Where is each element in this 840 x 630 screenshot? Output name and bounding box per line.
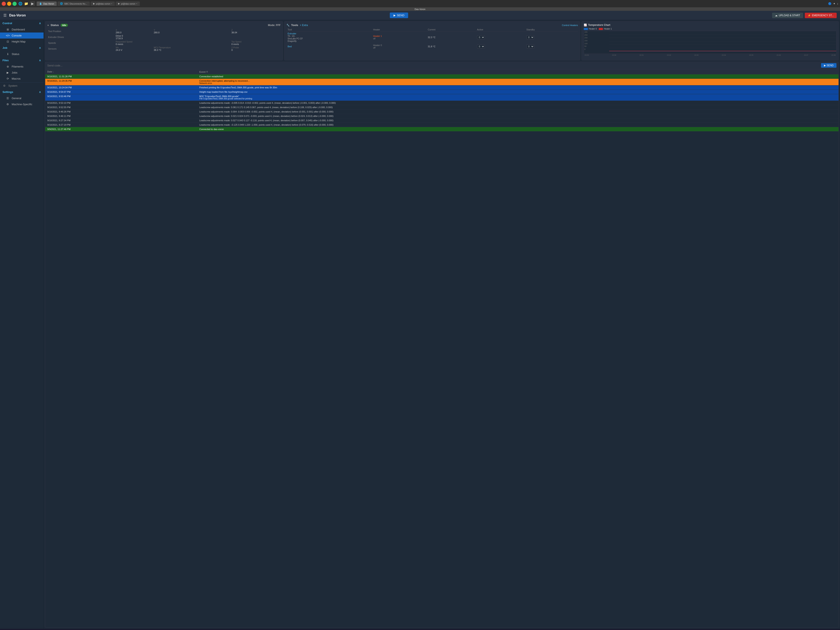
tool-position-y: Y 280.0 xyxy=(152,28,230,34)
y-label-285: 285 xyxy=(584,31,587,33)
heater-0-standby-select[interactable]: 0 xyxy=(526,44,534,48)
heater-0-active-select[interactable]: 0 xyxy=(477,44,485,48)
sidebar-section-files[interactable]: Files ∧ xyxy=(0,57,44,63)
log-header-row: Date ↓ Event ≡ xyxy=(45,69,838,74)
heater-1-active-select[interactable]: 0 xyxy=(477,35,485,39)
os-globe-icon[interactable]: 🌐 xyxy=(18,2,22,6)
sidebar-section-settings[interactable]: Settings ∧ xyxy=(0,89,44,95)
tab-icon: ▶ xyxy=(118,2,120,5)
extra-link[interactable]: + Extra xyxy=(300,24,308,27)
y-label-150: 150 xyxy=(584,39,587,42)
heater-0-state: off xyxy=(373,47,376,49)
log-row: 9/9/2021, 11:27:46 PMConnected to das-vo… xyxy=(45,127,838,131)
app-body: Control ∧ ⊞ Dashboard </> Console ⊡ Heig… xyxy=(0,20,840,629)
log-event: Connected to das-voron xyxy=(197,127,838,131)
sidebar-item-height-map[interactable]: ⊡ Height Map xyxy=(0,38,44,44)
tab-label: pi@das-voron ~ xyxy=(96,3,112,5)
extruder-tool-name[interactable]: Extruder xyxy=(288,32,297,35)
log-table-wrap[interactable]: Date ↓ Event ≡ 9/10/2021, 11:31:26 PMCon… xyxy=(45,69,839,627)
x-label-5: 23:34 xyxy=(722,54,726,56)
chart-trend-icon: 📈 xyxy=(584,24,587,27)
header-right: ☁ UPLOAD & START ⚡ EMERGENCY ST... xyxy=(772,13,837,18)
temp-chart-panel: 📈 Temperature Chart Heater 0 Heater 1 xyxy=(581,21,839,60)
send-top-button[interactable]: ▶ SEND xyxy=(390,13,408,18)
tool-position-x: X 290.0 xyxy=(114,28,152,34)
chevron-up-icon-job: ∧ xyxy=(39,46,41,49)
log-row: 9/10/2021, 9:52:55 PMLeadscrew adjustmen… xyxy=(45,105,838,110)
log-event: M32 "0:/gcodes/Test1.SMA-300.gcode"File … xyxy=(197,94,838,101)
tab-label: pi@das-voron ~ xyxy=(121,3,137,5)
sidebar-item-machine-specific[interactable]: ⚙ Machine-Specific xyxy=(0,101,44,107)
tab-label: Das-Voron xyxy=(43,3,54,5)
hamburger-menu-icon[interactable]: ☰ xyxy=(3,13,7,18)
chart-svg xyxy=(584,31,836,54)
sidebar-item-system[interactable]: ⚙ System xyxy=(0,82,44,89)
log-row: 9/10/2021, 9:27:19 PMLeadscrew adjustmen… xyxy=(45,123,838,127)
log-table: Date ↓ Event ≡ 9/10/2021, 11:31:26 PMCon… xyxy=(45,69,838,131)
requested-value: 0 mm/s xyxy=(115,43,123,46)
log-menu-icon[interactable]: ≡ xyxy=(206,70,208,73)
sidebar-item-dashboard[interactable]: ⊞ Dashboard xyxy=(0,27,44,33)
minimize-icon[interactable] xyxy=(7,2,11,6)
sidebar-section-control[interactable]: Control ∧ xyxy=(0,20,44,27)
maximize-icon[interactable] xyxy=(13,2,17,6)
y-label-200: 200 xyxy=(584,37,587,39)
tools-header-row: Tool Heater Current Active Standby xyxy=(286,28,578,32)
tab-pi-1[interactable]: ▶ pi@das-voron ~ xyxy=(91,2,115,6)
job-label: Job xyxy=(3,46,7,49)
y-label-50: 50 xyxy=(584,45,587,47)
upload-start-button[interactable]: ☁ UPLOAD & START xyxy=(772,13,803,18)
sidebar-section-job[interactable]: Job ∧ xyxy=(0,44,44,51)
x-label-1: 23:30 xyxy=(612,54,616,56)
sidebar-item-macros[interactable]: ⟳ Macros xyxy=(0,76,44,82)
os-terminal-icon[interactable]: ▶ xyxy=(30,1,35,6)
log-date: 9/10/2021, 9:27:19 PM xyxy=(45,123,197,127)
log-event: Leadscrew adjustments made: -0.125 0.949… xyxy=(197,123,838,127)
dashboard-label: Dashboard xyxy=(12,28,25,31)
sidebar-item-filaments[interactable]: ⊚ Filaments xyxy=(0,63,44,69)
sidebar-item-console[interactable]: </> Console xyxy=(0,33,44,38)
log-row: 9/10/2021, 11:29:35 PMConnection interru… xyxy=(45,79,838,85)
main-content: ● Status Idle Mode: FFF Tool Position X … xyxy=(44,20,840,629)
tab-das-voron[interactable]: 💧 Das-Voron xyxy=(37,2,57,6)
macros-label: Macros xyxy=(12,77,21,80)
close-icon[interactable] xyxy=(2,2,6,6)
sidebar-item-jobs[interactable]: ▶ Jobs xyxy=(0,69,44,76)
z-value: 38.04 xyxy=(232,31,237,34)
speeds-top: Top Speed 0 mm/s xyxy=(230,40,281,46)
tool-row-extruder: Extruder T0 - V2-SnoLabs PC-CFDragonfly … xyxy=(286,32,578,43)
settings-label: Settings xyxy=(3,90,13,93)
chart-legend: Heater 0 Heater 1 xyxy=(584,28,837,30)
vin-value: 24.0 V xyxy=(115,49,122,51)
os-folder-icon[interactable]: 📁 xyxy=(24,2,28,6)
log-row: 9/10/2021, 9:27:34 PMLeadscrew adjustmen… xyxy=(45,118,838,123)
os-bar: 🌐 📁 ▶ 💧 Das-Voron 🌐 SBC Disconnects fro.… xyxy=(0,0,840,8)
control-heaters-button[interactable]: Control Heaters xyxy=(562,24,578,27)
upload-icon: ☁ xyxy=(775,14,777,17)
send-button[interactable]: ▶ SEND xyxy=(821,63,837,68)
top-label: Top Speed xyxy=(232,41,242,43)
system-icon: ⚙ xyxy=(3,84,6,87)
status-row-extruder: Extruder Drives Drive 0 1716.9 xyxy=(47,34,281,40)
log-row: 9/10/2021, 10:24:04 PMFinished printing … xyxy=(45,85,838,90)
tab-pi-2[interactable]: ▶ pi@das-voron ~ xyxy=(115,2,140,6)
status-panel: ● Status Idle Mode: FFF Tool Position X … xyxy=(45,21,283,60)
bed-tool-name[interactable]: Bed xyxy=(288,45,292,48)
zprobe-value: 0 xyxy=(232,49,233,51)
sidebar-item-general[interactable]: ☰ General xyxy=(0,95,44,101)
send-code-input[interactable] xyxy=(47,64,819,67)
tab-icon: 🌐 xyxy=(60,2,63,5)
macros-icon: ⟳ xyxy=(6,77,9,80)
log-date: 9/10/2021, 9:46:26 PM xyxy=(45,110,197,114)
heater-1-label[interactable]: Heater 1 xyxy=(373,35,382,37)
tab-sbc[interactable]: 🌐 SBC Disconnects fro... xyxy=(57,2,90,6)
height-map-label: Height Map xyxy=(12,40,25,43)
status-dot-icon: ● xyxy=(47,24,49,27)
heater-0-label[interactable]: Heater 0 xyxy=(373,44,382,46)
sidebar-item-status[interactable]: ℹ Status xyxy=(0,51,44,57)
log-col-date[interactable]: Date ↓ xyxy=(45,69,197,74)
heater-1-standby-select[interactable]: 0 xyxy=(526,35,534,39)
mode-label: Mode: FFF xyxy=(268,24,281,27)
emergency-stop-button[interactable]: ⚡ EMERGENCY ST... xyxy=(805,13,837,18)
log-event: Leadscrew adjustments made: 0.021 0.024 … xyxy=(197,114,838,118)
